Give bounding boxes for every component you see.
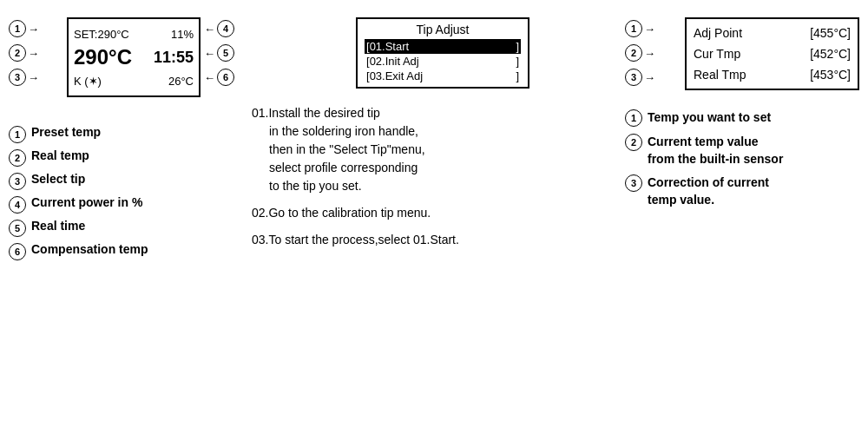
indicator-6: ← 6 xyxy=(202,66,234,89)
legend-circle-6: 6 xyxy=(9,243,26,260)
right-column: 1 → 2 → 3 → Adj Point [455°C] xyxy=(616,17,859,417)
menu-item-init-text: 02.Init Adj xyxy=(370,55,419,68)
adj-row-3: Real Tmp [453°C] xyxy=(694,64,851,85)
legend-label-1: Preset temp xyxy=(31,125,101,139)
right-legend-label-3: Correction of currenttemp value. xyxy=(648,174,769,208)
right-arrow-indicators: ← 4 ← 5 ← 6 xyxy=(202,17,234,89)
right-arrow-right-2: → xyxy=(644,47,655,60)
adj-value-2: [452°C] xyxy=(810,47,851,61)
legend-label-3: Select tip xyxy=(31,172,85,186)
instruction-02: 02.Go to the calibration tip menu. xyxy=(252,204,608,222)
arrow-left-4: ← xyxy=(204,23,215,36)
adj-row-1: Adj Point [455°C] xyxy=(694,23,851,43)
lcd-comp-temp: 26°C xyxy=(168,75,194,88)
adj-value-1: [455°C] xyxy=(810,26,851,40)
menu-item-exit-text: 03.Exit Adj xyxy=(370,69,423,82)
lcd-tip: K (✶) xyxy=(74,75,102,88)
middle-column: Tip Adjust [ 01.Start ] [ 02.Init Adj ] … xyxy=(234,17,616,417)
legend-circle-2: 2 xyxy=(9,149,26,167)
lcd-power: 11% xyxy=(171,28,194,41)
instruction-03: 03.To start the process,select 01.Start. xyxy=(252,231,608,249)
right-circle-1: 1 xyxy=(625,20,642,37)
circle-1: 1 xyxy=(9,20,26,37)
tip-adjust-title: Tip Adjust xyxy=(365,23,521,36)
right-legend-item-2: 2 Current temp valuefrom the built-in se… xyxy=(625,134,859,168)
adj-label-1: Adj Point xyxy=(694,26,742,40)
circle-3: 3 xyxy=(9,69,26,86)
legend-item-2: 2 Real temp xyxy=(9,148,234,167)
circle-5: 5 xyxy=(217,44,234,62)
left-column: 1 → 2 → 3 → SET:290°C 11% xyxy=(9,17,234,417)
indicator-5: ← 5 xyxy=(202,42,234,64)
right-legend-label-2: Current temp valuefrom the built-in sens… xyxy=(648,134,783,168)
right-circle-3: 3 xyxy=(625,69,642,86)
legend-circle-5: 5 xyxy=(9,220,26,237)
instructions: 01.Install the desired tip in the solder… xyxy=(252,104,608,258)
menu-item-start-text: 01.Start xyxy=(370,40,410,53)
legend-circle-3: 3 xyxy=(9,173,26,190)
lcd-row-3: K (✶) 26°C xyxy=(74,69,194,92)
indicator-4: ← 4 xyxy=(202,17,234,40)
right-arrow-right-1: → xyxy=(644,23,655,36)
arrow-left-5: ← xyxy=(204,47,215,60)
lcd-row-1: SET:290°C 11% xyxy=(74,23,194,45)
legend-label-4: Current power in % xyxy=(31,195,142,209)
legend-label-6: Compensation temp xyxy=(31,242,148,256)
legend-item-4: 4 Current power in % xyxy=(9,195,234,214)
instruction-01: 01.Install the desired tip in the solder… xyxy=(252,104,608,195)
circle-2: 2 xyxy=(9,44,26,62)
left-arrow-indicators: 1 → 2 → 3 → xyxy=(9,17,41,89)
adj-display: Adj Point [455°C] Cur Tmp [452°C] Real T… xyxy=(685,17,859,90)
circle-6: 6 xyxy=(217,69,234,86)
instruction-01-line1: 01.Install the desired tip xyxy=(252,104,608,122)
right-legend-circle-1: 1 xyxy=(625,109,642,127)
lcd-set-temp: SET:290°C xyxy=(74,28,129,41)
right-legend-item-3: 3 Correction of currenttemp value. xyxy=(625,174,859,208)
legend-circle-1: 1 xyxy=(9,126,26,143)
right-indicator-1: 1 → xyxy=(625,17,657,40)
right-legend-circle-3: 3 xyxy=(625,174,642,192)
right-legend-item-1: 1 Temp you want to set xyxy=(625,109,859,127)
menu-item-start[interactable]: [ 01.Start ] xyxy=(365,39,521,54)
right-legend-label-1: Temp you want to set xyxy=(648,109,771,127)
instruction-02-text: 02.Go to the calibration tip menu. xyxy=(252,204,608,222)
instruction-01-line4: select profile corresponding xyxy=(252,159,608,177)
indicator-2: 2 → xyxy=(9,42,41,64)
indicator-3: 3 → xyxy=(9,66,41,89)
lcd-real-temp: 290°C xyxy=(74,45,132,69)
adj-label-2: Cur Tmp xyxy=(694,47,740,61)
instruction-01-line5: to the tip you set. xyxy=(252,177,608,195)
arrow-right-3: → xyxy=(28,71,39,84)
circle-4: 4 xyxy=(217,20,234,37)
arrow-right-2: → xyxy=(28,47,39,60)
left-legend: 1 Preset temp 2 Real temp 3 Select tip 4… xyxy=(9,125,234,260)
menu-item-start-bracket-close: ] xyxy=(516,40,519,53)
legend-item-3: 3 Select tip xyxy=(9,172,234,190)
menu-item-exit-adj[interactable]: [ 03.Exit Adj ] xyxy=(365,69,521,83)
arrow-left-6: ← xyxy=(204,71,215,84)
indicator-1: 1 → xyxy=(9,17,41,40)
menu-item-init-bracket-close: ] xyxy=(516,55,519,68)
right-indicator-2: 2 → xyxy=(625,42,657,64)
right-arrow-right-3: → xyxy=(644,71,655,84)
right-left-arrow-indicators: 1 → 2 → 3 → xyxy=(625,17,657,89)
display-area: 1 → 2 → 3 → SET:290°C 11% xyxy=(9,17,234,109)
right-display-area: 1 → 2 → 3 → Adj Point [455°C] xyxy=(625,17,859,102)
adj-label-3: Real Tmp xyxy=(694,68,746,82)
lcd-display: SET:290°C 11% 290°C 11:55 K (✶) 26°C xyxy=(67,17,201,97)
legend-label-2: Real temp xyxy=(31,148,89,162)
menu-item-exit-bracket-close: ] xyxy=(516,69,519,82)
menu-item-init-adj[interactable]: [ 02.Init Adj ] xyxy=(365,54,521,69)
legend-item-6: 6 Compensation temp xyxy=(9,242,234,260)
legend-item-1: 1 Preset temp xyxy=(9,125,234,143)
arrow-right-1: → xyxy=(28,23,39,36)
right-indicator-3: 3 → xyxy=(625,66,657,89)
lcd-row-2: 290°C 11:55 xyxy=(74,45,194,69)
right-circle-2: 2 xyxy=(625,44,642,62)
right-legend: 1 Temp you want to set 2 Current temp va… xyxy=(625,109,859,208)
instruction-01-line3: then in the "Select Tip"menu, xyxy=(252,141,608,159)
tip-adjust-box: Tip Adjust [ 01.Start ] [ 02.Init Adj ] … xyxy=(356,17,529,89)
adj-row-2: Cur Tmp [452°C] xyxy=(694,43,851,64)
lcd-time: 11:55 xyxy=(154,49,194,67)
instruction-03-text: 03.To start the process,select 01.Start. xyxy=(252,231,608,249)
